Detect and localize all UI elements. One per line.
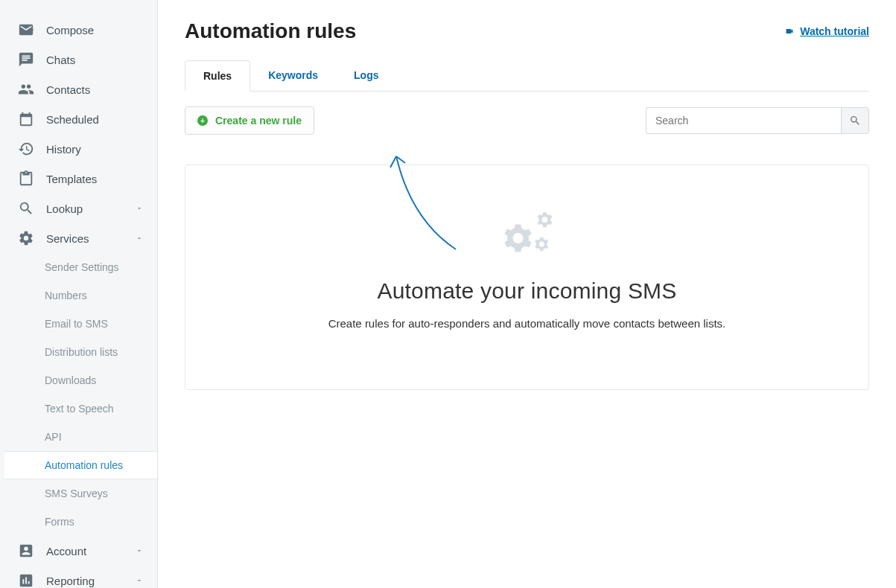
create-rule-button[interactable]: + Create a new rule <box>185 106 314 135</box>
compose-icon <box>18 22 34 38</box>
sidebar-item-compose[interactable]: Compose <box>0 15 157 45</box>
sidebar-item-label: Services <box>46 232 89 245</box>
sidebar-item-label: Contacts <box>46 83 90 96</box>
sidebar-item-label: History <box>46 143 81 156</box>
sidebar-item-label: Templates <box>46 173 97 185</box>
sidebar-item-scheduled[interactable]: Scheduled <box>0 104 157 134</box>
sidebar-sub-label: Forms <box>45 516 74 528</box>
chevron-down-icon <box>135 575 144 587</box>
sidebar-sub-automation-rules[interactable]: Automation rules <box>4 451 157 479</box>
search-input[interactable] <box>646 107 841 134</box>
page-header: Automation rules Watch tutorial <box>185 19 869 43</box>
sidebar-item-label: Scheduled <box>46 113 99 126</box>
search <box>646 107 869 134</box>
sidebar-item-contacts[interactable]: Contacts <box>0 74 157 104</box>
sidebar-sub-label: API <box>45 431 62 443</box>
sidebar-sub-forms[interactable]: Forms <box>0 508 157 536</box>
sidebar-item-services[interactable]: Services <box>0 223 157 253</box>
tab-label: Logs <box>354 69 378 81</box>
sidebar-item-chats[interactable]: Chats <box>0 45 157 74</box>
sidebar-sub-label: Distribution lists <box>45 346 118 358</box>
sidebar-item-label: Account <box>46 545 86 557</box>
contacts-icon <box>18 81 34 98</box>
watch-tutorial-label: Watch tutorial <box>800 25 869 37</box>
search-icon <box>849 115 861 127</box>
search-button[interactable] <box>841 107 869 134</box>
empty-subtitle: Create rules for auto-responders and aut… <box>208 317 846 330</box>
tab-keywords[interactable]: Keywords <box>250 60 336 92</box>
sidebar-item-label: Lookup <box>46 202 83 215</box>
tab-label: Keywords <box>268 69 318 81</box>
sidebar-item-history[interactable]: History <box>0 134 157 164</box>
empty-title: Automate your incoming SMS <box>208 278 846 304</box>
sidebar-sub-label: Text to Speech <box>45 403 114 415</box>
sidebar-item-label: Compose <box>46 24 94 36</box>
sidebar-item-reporting[interactable]: Reporting <box>0 566 157 588</box>
create-rule-label: Create a new rule <box>215 115 302 127</box>
sidebar: Compose Chats Contacts Scheduled History… <box>0 0 158 588</box>
sidebar-item-account[interactable]: Account <box>0 536 157 566</box>
toolbar: + Create a new rule <box>185 106 869 135</box>
sidebar-sub-label: SMS Surveys <box>45 488 108 499</box>
sidebar-sub-email-to-sms[interactable]: Email to SMS <box>0 310 157 338</box>
chevron-down-icon <box>135 202 144 215</box>
gears-icon <box>208 210 846 265</box>
chevron-up-icon <box>135 232 144 245</box>
account-icon <box>18 543 34 559</box>
gear-icon <box>18 230 34 246</box>
history-icon <box>18 141 34 157</box>
tab-logs[interactable]: Logs <box>336 60 396 92</box>
chat-icon <box>18 51 34 68</box>
sidebar-sub-label: Email to SMS <box>45 318 108 330</box>
sidebar-sub-label: Sender Settings <box>45 261 119 273</box>
sidebar-item-templates[interactable]: Templates <box>0 164 157 194</box>
tab-label: Rules <box>203 70 232 82</box>
chevron-down-icon <box>135 545 144 557</box>
video-icon <box>784 27 795 36</box>
watch-tutorial-link[interactable]: Watch tutorial <box>784 25 869 37</box>
sidebar-item-label: Reporting <box>46 575 95 587</box>
tabs: Rules Keywords Logs <box>185 60 869 92</box>
tab-rules[interactable]: Rules <box>185 60 250 92</box>
search-icon <box>18 200 34 217</box>
clipboard-icon <box>18 170 34 187</box>
empty-state: Automate your incoming SMS Create rules … <box>185 164 869 390</box>
sidebar-item-lookup[interactable]: Lookup <box>0 194 157 223</box>
sidebar-sub-numbers[interactable]: Numbers <box>0 281 157 310</box>
sidebar-sub-label: Automation rules <box>45 459 123 471</box>
sidebar-item-label: Chats <box>46 54 75 66</box>
chart-icon <box>18 572 34 588</box>
sidebar-sub-sms-surveys[interactable]: SMS Surveys <box>0 479 157 508</box>
calendar-icon <box>18 111 34 127</box>
sidebar-sub-label: Numbers <box>45 290 87 301</box>
plus-icon: + <box>197 115 208 126</box>
page-title: Automation rules <box>185 19 356 43</box>
sidebar-sub-sender-settings[interactable]: Sender Settings <box>0 253 157 281</box>
sidebar-sub-label: Downloads <box>45 374 96 386</box>
sidebar-sub-distribution-lists[interactable]: Distribution lists <box>0 338 157 366</box>
sidebar-sub-api[interactable]: API <box>0 423 157 451</box>
main-content: Automation rules Watch tutorial Rules Ke… <box>158 0 896 588</box>
sidebar-sub-downloads[interactable]: Downloads <box>0 366 157 394</box>
sidebar-sub-text-to-speech[interactable]: Text to Speech <box>0 394 157 423</box>
